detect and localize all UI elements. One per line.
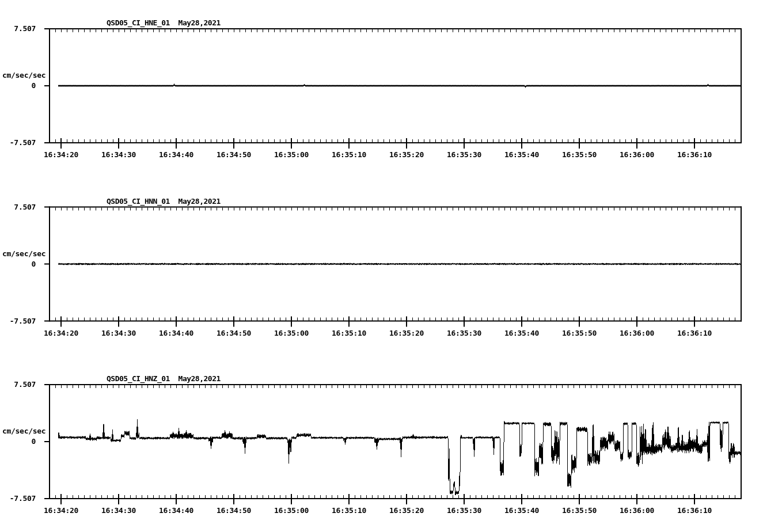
y-axis-unit-label: cm/sec/sec (2, 427, 48, 435)
x-tick-label: 16:35:40 (502, 507, 542, 515)
y-tick-label-bottom: -7.507 (0, 317, 36, 325)
x-tick-label: 16:36:00 (617, 507, 657, 515)
x-tick-label: 16:35:30 (444, 151, 484, 159)
y-tick-label-zero: 0 (0, 82, 36, 90)
x-tick-label: 16:35:40 (502, 151, 542, 159)
x-tick-label: 16:36:10 (674, 329, 715, 337)
x-tick-label: 16:35:10 (329, 507, 369, 515)
y-tick-label-zero: 0 (0, 260, 36, 268)
x-tick-label: 16:36:10 (674, 507, 715, 515)
x-tick-label: 16:35:50 (559, 329, 599, 337)
x-tick-label: 16:34:50 (214, 507, 254, 515)
y-tick-label-top: 7.507 (0, 203, 36, 211)
y-tick-label-zero: 0 (0, 438, 36, 446)
x-tick-label: 16:36:10 (674, 151, 715, 159)
x-tick-label: 16:35:00 (271, 329, 312, 337)
y-axis-unit-label: cm/sec/sec (2, 250, 48, 258)
x-tick-label: 16:34:30 (98, 507, 139, 515)
x-tick-label: 16:35:00 (271, 507, 312, 515)
seismogram-page: QSD05_CI_HNE_01 May28,2021 7.507 cm/sec/… (0, 0, 782, 532)
x-tick-label: 16:35:20 (386, 329, 427, 337)
x-tick-label: 16:35:10 (329, 151, 369, 159)
waveform-plot-canvas (0, 0, 782, 532)
y-tick-label-bottom: -7.507 (0, 139, 36, 147)
x-tick-label: 16:35:20 (386, 151, 427, 159)
x-tick-label: 16:34:20 (41, 507, 81, 515)
panel-title: QSD05_CI_HNZ_01 May28,2021 (107, 375, 221, 383)
x-tick-label: 16:34:40 (156, 151, 196, 159)
panel-title: QSD05_CI_HNE_01 May28,2021 (107, 19, 221, 27)
x-tick-label: 16:36:00 (617, 329, 657, 337)
x-tick-label: 16:35:30 (444, 507, 484, 515)
y-tick-label-bottom: -7.507 (0, 495, 36, 503)
x-tick-label: 16:34:40 (156, 507, 196, 515)
x-tick-label: 16:34:40 (156, 329, 196, 337)
x-tick-label: 16:34:50 (214, 151, 254, 159)
x-tick-label: 16:36:00 (617, 151, 657, 159)
x-tick-label: 16:35:30 (444, 329, 484, 337)
y-tick-label-top: 7.507 (0, 25, 36, 33)
x-tick-label: 16:35:50 (559, 151, 599, 159)
x-tick-label: 16:35:00 (271, 151, 312, 159)
x-tick-label: 16:35:10 (329, 329, 369, 337)
x-tick-label: 16:34:20 (41, 151, 81, 159)
x-tick-label: 16:34:30 (98, 329, 139, 337)
x-tick-label: 16:35:40 (502, 329, 542, 337)
panel-title: QSD05_CI_HNN_01 May28,2021 (107, 197, 221, 206)
x-tick-label: 16:34:30 (98, 151, 139, 159)
x-tick-label: 16:34:20 (41, 329, 81, 337)
y-tick-label-top: 7.507 (0, 381, 36, 389)
x-tick-label: 16:34:50 (214, 329, 254, 337)
y-axis-unit-label: cm/sec/sec (2, 71, 48, 79)
x-tick-label: 16:35:20 (386, 507, 427, 515)
x-tick-label: 16:35:50 (559, 507, 599, 515)
